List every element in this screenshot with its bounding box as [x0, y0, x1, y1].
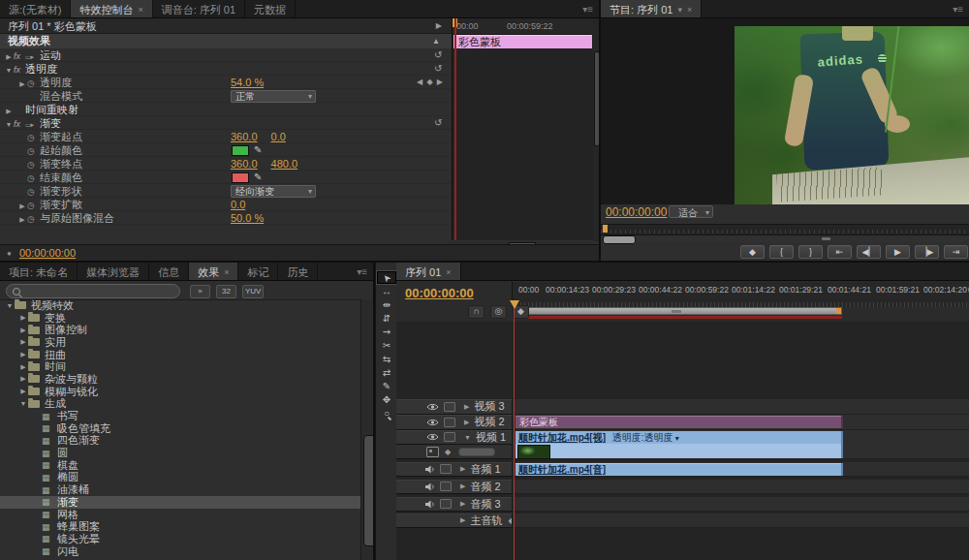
program-tab[interactable]: 节目: 序列 01 ▾ × [601, 0, 702, 17]
param-dropdown[interactable]: 正常 [231, 90, 316, 103]
param-value[interactable]: 0.0 [231, 198, 245, 211]
twirl-icon[interactable]: ▶ [464, 403, 469, 411]
track-header-video2[interactable]: ▶ 视频 2 [396, 415, 512, 430]
mark-in-button[interactable]: { [769, 245, 794, 259]
mini-playhead-line[interactable] [454, 18, 456, 240]
effects-tree-row[interactable]: 蜂巢图案 [0, 520, 361, 533]
track-lane-audio3[interactable] [512, 497, 969, 512]
sync-lock-icon[interactable] [440, 482, 452, 491]
effect-row[interactable]: ▼fx透明度 ↺ [0, 62, 452, 76]
stopwatch-icon[interactable]: ◷ [27, 144, 40, 158]
go-to-in-button[interactable]: ⇤ [828, 245, 852, 259]
track-lane-audio2[interactable] [512, 480, 969, 494]
show-timeline-icon[interactable]: ▶ [436, 18, 442, 34]
twirl-icon[interactable]: ▶ [460, 500, 465, 508]
program-scrollbar[interactable] [603, 235, 967, 242]
scrollbar-thumb[interactable] [603, 235, 636, 244]
stopwatch-icon[interactable]: ◷ [27, 185, 40, 199]
program-timecode[interactable]: 00:00:00:00 [606, 205, 667, 219]
effect-row[interactable]: ▼fx▭▸渐变 ↺ [0, 116, 452, 130]
rolling-edit-tool[interactable]: ⇵ [377, 312, 396, 325]
twirl-icon[interactable]: ▶ [17, 213, 27, 227]
stopwatch-icon[interactable]: ◷ [27, 158, 40, 171]
track-lane-video1[interactable]: 顺时针加花.mp4[视] 透明度:透明度 [512, 430, 969, 459]
effect-row[interactable]: ◷结束颜色 ✎ [0, 171, 452, 184]
scrollbar-thumb[interactable] [363, 435, 373, 546]
search-input[interactable] [6, 284, 180, 298]
reset-icon[interactable]: ↺ [434, 48, 442, 62]
effect-row[interactable]: ◷渐变起点 360.00.0 [0, 130, 452, 143]
effects-tree-row[interactable]: 四色渐变 [0, 435, 361, 448]
effects-tree-scrollbar[interactable] [360, 299, 373, 560]
effect-row[interactable]: ▶fx▭▸运动 ↺ [0, 48, 452, 62]
stopwatch-icon[interactable]: ◷ [27, 199, 40, 212]
stopwatch-icon[interactable]: ◷ [27, 171, 40, 185]
set-display-style-icon[interactable] [426, 447, 439, 457]
track-options-slider[interactable] [458, 448, 495, 456]
panel-menu-icon[interactable]: ▾≡ [947, 4, 969, 15]
twirl-icon[interactable]: ▼ [18, 400, 28, 407]
panel-tab[interactable]: 元数据 [245, 0, 296, 17]
mark-out-button[interactable]: } [798, 245, 823, 259]
effects-tree-row[interactable]: 闪电 [0, 545, 361, 558]
toggle-track-output-icon[interactable] [426, 403, 439, 411]
twirl-icon[interactable]: ▶ [18, 338, 28, 346]
track-header-video1[interactable]: ▼ 视频 1 [396, 430, 512, 445]
effects-tree-row[interactable]: 椭圆 [0, 472, 361, 484]
track-select-tool[interactable]: ↔ [377, 285, 396, 297]
effects-tree-row[interactable]: 圆 [0, 447, 361, 459]
keyframe-nav-icons[interactable]: ◀ ◆ ▶ [417, 76, 444, 89]
chevron-down-icon[interactable]: ▾ [677, 5, 682, 15]
param-value[interactable]: 50.0 % [231, 211, 264, 225]
selection-tool[interactable]: ➤ [377, 271, 396, 284]
panel-tab[interactable]: 信息 [149, 263, 189, 280]
collapse-icon[interactable]: ▲ [432, 34, 440, 48]
effect-row[interactable]: 混合模式 正常 [0, 89, 452, 103]
panel-tab[interactable]: 历史 [278, 263, 318, 280]
twirl-icon[interactable]: ▶ [18, 388, 28, 395]
effect-row[interactable]: ▶◷渐变扩散 0.0 [0, 198, 452, 211]
clip-audio1[interactable]: 顺时针加花.mp4[音] [516, 463, 843, 476]
close-icon[interactable]: × [687, 5, 692, 15]
fx-badge-icon[interactable]: fx [14, 49, 25, 63]
fx-badge-icon[interactable]: fx [14, 117, 25, 131]
mini-timeline-ruler[interactable]: 00:00 00:00:59:22 [453, 18, 594, 35]
toggle-track-output-icon[interactable] [426, 419, 439, 426]
sync-lock-icon[interactable] [444, 402, 455, 412]
twirl-icon[interactable]: ▶ [18, 363, 28, 371]
ripple-edit-tool[interactable]: ⇹ [377, 298, 396, 311]
twirl-icon[interactable]: ▶ [18, 375, 28, 383]
timeline-ruler[interactable]: 00:0000:00:14:2300:00:29:2300:00:44:2200… [512, 282, 969, 307]
stopwatch-icon[interactable]: ◷ [27, 212, 40, 226]
param-value-2[interactable]: 480.0 [271, 157, 298, 171]
track-header-video3[interactable]: ▶ 视频 3 [396, 399, 512, 415]
track-lane-video2[interactable]: 彩色蒙板 [512, 415, 969, 430]
effect-row[interactable]: ▶◷与原始图像混合 50.0 % [0, 211, 452, 225]
twirl-icon[interactable]: ▶ [18, 327, 28, 334]
zoom-tool[interactable]: ○ [377, 407, 396, 420]
twirl-icon[interactable]: ▶ [460, 516, 465, 524]
mini-timeline-clip[interactable]: 彩色蒙板 [453, 35, 592, 48]
accelerated-effects-filter[interactable]: » [190, 285, 210, 298]
panel-tab[interactable]: 特效控制台 × [71, 0, 152, 17]
zoom-level-dropdown[interactable]: 适合 [669, 205, 713, 218]
play-button[interactable]: ▶ [886, 245, 910, 259]
param-value[interactable]: 360.0 [231, 157, 258, 171]
track-header-audio3[interactable]: ▶ 音频 3 [396, 497, 512, 512]
show-keyframes-icon[interactable]: ◆ [445, 448, 451, 456]
program-mini-ruler[interactable] [601, 224, 969, 235]
twirl-icon[interactable]: ▶ [460, 465, 465, 473]
hand-tool[interactable]: ✥ [377, 393, 396, 406]
track-lane-audio1[interactable]: 顺时针加花.mp4[音] [512, 462, 969, 477]
clip-effect-badge[interactable]: 透明度:透明度 [612, 432, 679, 443]
toggle-track-audio-icon[interactable] [424, 482, 435, 491]
razor-tool[interactable]: ✂ [377, 339, 396, 352]
go-to-out-button[interactable]: ⇥ [944, 245, 968, 259]
track-header-audio2[interactable]: ▶ 音频 2 [396, 480, 512, 494]
panel-tab[interactable]: 项目: 未命名 [0, 263, 78, 280]
sync-lock-icon[interactable] [440, 464, 452, 474]
clip-video1[interactable]: 顺时针加花.mp4[视] 透明度:透明度 [516, 431, 843, 458]
panel-tab[interactable]: 调音台: 序列 01 [153, 0, 245, 17]
sync-lock-icon[interactable] [444, 432, 455, 442]
sync-lock-icon[interactable] [440, 499, 452, 509]
